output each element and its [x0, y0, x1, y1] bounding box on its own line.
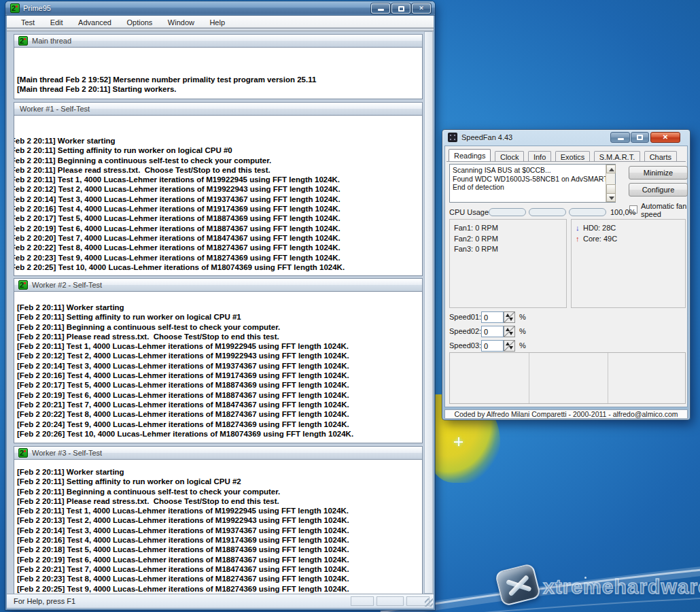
minimize-button[interactable]: [610, 132, 630, 143]
maximize-icon: [398, 6, 404, 12]
speed03-unit: %: [519, 341, 526, 350]
worker1-titlebar[interactable]: Worker #1 - Self-Test: [14, 102, 423, 116]
log-line: [Feb 2 20:11] Worker starting: [14, 136, 422, 146]
log-line: [Feb 2 20:11] Beginning a continuous sel…: [17, 322, 422, 332]
worker2-titlebar[interactable]: 2 Worker #2 - Self-Test: [14, 278, 423, 292]
close-button[interactable]: ✕: [650, 132, 680, 143]
speed03-input[interactable]: [481, 340, 504, 352]
spinner-up-icon: [506, 313, 510, 317]
log-line: [Feb 2 20:16] Test 4, 4000 Lucas-Lehmer …: [17, 371, 422, 380]
minimize-to-tray-button[interactable]: Minimize: [629, 166, 688, 180]
speed02-unit: %: [519, 327, 526, 335]
fan-reading: Fan2: 0 RPM: [450, 234, 566, 245]
log-line: [Main thread Feb 2 19:52] Mersenne numbe…: [17, 75, 422, 84]
cpu-usage-row: CPU Usage 100,0%: [449, 207, 640, 217]
log-line: [Feb 2 20:18] Test 5, 4000 Lucas-Lehmer …: [17, 545, 422, 554]
temp-up-icon: ↑: [576, 234, 583, 245]
log-line: [Feb 2 20:16] Test 4, 4000 Lucas-Lehmer …: [17, 535, 422, 545]
tab-clock[interactable]: Clock: [495, 151, 525, 161]
detection-log-line: Scanning ISA BUS at $0CCB...: [453, 166, 615, 175]
speedfan-window: SpeedFan 4.43 ✕ Readings Clock Info Exot…: [442, 129, 690, 420]
close-icon: ✕: [663, 133, 668, 141]
log-line: [Feb 2 20:21] Test 7, 4000 Lucas-Lehmer …: [17, 564, 422, 574]
cpu-usage-bar: [569, 208, 606, 216]
detection-log-line: Found WDC WD1600JS-58NCB1 on AdvSMART: [453, 175, 615, 184]
log-line: [Feb 2 20:11] Setting affinity to run wo…: [17, 312, 422, 322]
speed03-label: Speed03:: [449, 341, 481, 350]
watermark-x-logo-icon: [495, 563, 542, 607]
close-icon: ✕: [419, 5, 424, 12]
worker1-title: Worker #1 - Self-Test: [20, 105, 90, 113]
automatic-fan-speed-label: Automatic fan speed: [641, 202, 688, 218]
prime95-menubar: Test Edit Advanced Options Window Help: [7, 16, 434, 28]
spinner-up-icon: [506, 328, 510, 331]
speedfan-titlebar[interactable]: SpeedFan 4.43 ✕: [442, 130, 690, 146]
minimize-icon: [378, 9, 384, 11]
log-line: [Feb 2 20:23] Test 8, 4000 Lucas-Lehmer …: [17, 574, 422, 583]
prime95-window: 2 Prime95 ✕ Test Edit Advanced Options W…: [5, 1, 435, 610]
spinner-down-icon: [509, 318, 513, 321]
log-line: [Feb 2 20:21] Test 7, 4000 Lucas-Lehmer …: [17, 400, 422, 409]
prime95-titlebar[interactable]: 2 Prime95 ✕: [5, 1, 435, 16]
worker1-log: [Feb 2 20:11] Worker starting[Feb 2 20:1…: [14, 116, 423, 276]
tab-readings[interactable]: Readings: [449, 149, 491, 161]
arrow-down-icon: [609, 197, 614, 200]
log-line: [Feb 2 20:22] Test 8, 4000 Lucas-Lehmer …: [17, 409, 422, 419]
prime95-icon: 2: [10, 3, 20, 13]
speed01-row: Speed01: %: [449, 311, 538, 323]
mdi-vertical-scrollbar[interactable]: [424, 31, 433, 594]
panel-divider: [529, 353, 529, 403]
speed03-spinner[interactable]: [504, 340, 515, 352]
watermark: xtremehardware.it: [491, 564, 695, 609]
fan-reading: Fan1: 0 RPM: [450, 223, 566, 234]
speed02-spinner[interactable]: [504, 326, 515, 337]
mdi-client-area: 2 Main thread [Main thread Feb 2 19:52] …: [7, 31, 434, 594]
speed02-row: Speed02: %: [449, 326, 538, 337]
tab-charts[interactable]: Charts: [644, 151, 677, 161]
log-line: [Feb 2 20:19] Test 6, 4000 Lucas-Lehmer …: [17, 390, 422, 400]
credits-footer: Coded by Alfredo Milani Comparetti - 200…: [444, 409, 688, 419]
maximize-button[interactable]: [631, 132, 649, 143]
main-thread-title: Main thread: [32, 37, 71, 45]
worker3-titlebar[interactable]: 2 Worker #3 - Self-Test: [14, 446, 423, 460]
scroll-up-button[interactable]: [606, 165, 616, 173]
main-thread-log: [Main thread Feb 2 19:52] Mersenne numbe…: [14, 48, 423, 99]
prime95-window-title: Prime95: [23, 4, 51, 12]
speed01-label: Speed01:: [449, 313, 481, 321]
log-line: [Feb 2 20:12] Test 2, 4000 Lucas-Lehmer …: [17, 351, 422, 360]
log-line: [Feb 2 20:11] Beginning a continuous sel…: [17, 487, 422, 496]
main-thread-titlebar[interactable]: 2 Main thread: [14, 34, 423, 48]
speed02-label: Speed02:: [449, 327, 481, 335]
speed03-row: Speed03: %: [449, 340, 538, 352]
detection-log-line: End of detection: [453, 183, 615, 192]
configure-button[interactable]: Configure: [629, 183, 688, 197]
tab-info[interactable]: Info: [528, 151, 551, 161]
scroll-down-button[interactable]: [606, 193, 616, 202]
close-button[interactable]: ✕: [412, 3, 431, 14]
log-line: [Feb 2 20:11] Setting affinity to run wo…: [14, 146, 422, 155]
speed01-input[interactable]: [481, 311, 504, 323]
prime95-icon: 2: [18, 280, 28, 290]
prime95-statusbar: For Help, press F1: [7, 594, 434, 607]
speed01-spinner[interactable]: [504, 311, 515, 323]
resize-grip[interactable]: [425, 598, 433, 607]
temp-down-icon: ↓: [576, 223, 583, 234]
minimize-button[interactable]: [371, 3, 390, 14]
speedfan-icon: [448, 133, 457, 142]
log-line: [Feb 2 20:26] Test 10, 4000 Lucas-Lehmer…: [17, 429, 422, 439]
tab-exotics[interactable]: Exotics: [555, 151, 590, 161]
sparkle-cursor: [454, 437, 463, 446]
temp-reading-hd0: ↓HD0: 28C: [572, 223, 685, 234]
log-line: [Feb 2 20:11] Setting affinity to run wo…: [17, 477, 422, 486]
log-line: [Feb 2 20:13] Test 2, 4000 Lucas-Lehmer …: [17, 515, 422, 525]
tab-smart[interactable]: S.M.A.R.T.: [594, 151, 641, 161]
maximize-button[interactable]: [391, 3, 410, 14]
log-line: [Feb 2 20:14] Test 3, 4000 Lucas-Lehmer …: [17, 526, 422, 535]
spinner-up-icon: [506, 342, 510, 345]
fan-readings-panel: Fan1: 0 RPMFan2: 0 RPMFan3: 0 RPM: [449, 219, 567, 308]
fan-reading: Fan3: 0 RPM: [450, 244, 566, 255]
spinner-down-icon: [509, 346, 513, 350]
speed02-input[interactable]: [481, 326, 504, 337]
log-scrollbar[interactable]: [606, 165, 615, 202]
log-line: [Feb 2 20:16] Test 4, 4000 Lucas-Lehmer …: [14, 204, 422, 214]
